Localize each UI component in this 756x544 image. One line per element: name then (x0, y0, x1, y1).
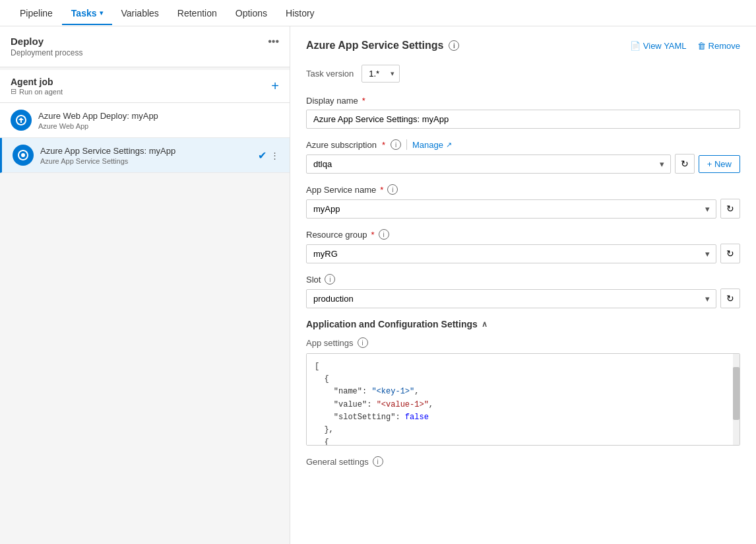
nav-tasks[interactable]: Tasks ▾ (62, 1, 112, 25)
task2-title: Azure App Service Settings: myApp (40, 146, 251, 156)
subscription-select[interactable]: dtlqa (306, 154, 671, 174)
app-config-section-title: Application and Configuration Settings (306, 319, 478, 329)
resource-group-refresh-button[interactable]: ↻ (720, 244, 740, 263)
nav-options[interactable]: Options (226, 1, 276, 25)
top-nav: Pipeline Tasks ▾ Variables Retention Opt… (0, 0, 756, 26)
remove-button[interactable]: 🗑 Remove (697, 41, 740, 51)
panel-title-text: Azure App Service Settings (306, 40, 443, 51)
display-name-row: Display name * (306, 96, 740, 129)
slot-refresh-button[interactable]: ↻ (720, 289, 740, 308)
task-item-web-deploy[interactable]: Azure Web App Deploy: myApp Azure Web Ap… (0, 103, 290, 138)
add-task-button[interactable]: + (271, 79, 279, 94)
code-line-5: "slotSetting": false (315, 411, 732, 424)
task1-subtitle: Azure Web App (38, 122, 279, 130)
display-name-label: Display name (306, 96, 358, 106)
app-settings-row: App settings i [ { "name": "<key-1>", "v… (306, 337, 740, 446)
deploy-title: Deploy (11, 36, 82, 47)
general-settings-row: General settings i (306, 456, 740, 467)
left-panel: Deploy Deployment process ••• Agent job … (0, 26, 290, 544)
subscription-info-icon[interactable]: i (391, 139, 401, 150)
nav-pipeline[interactable]: Pipeline (11, 1, 62, 25)
slot-info-icon[interactable]: i (325, 274, 335, 285)
general-settings-label: General settings (306, 457, 369, 467)
resource-group-required: * (371, 230, 375, 240)
app-settings-editor[interactable]: [ { "name": "<key-1>", "value": "<value-… (306, 353, 740, 446)
app-service-name-row: App Service name * i myApp ▾ ↻ (306, 184, 740, 219)
manage-link[interactable]: Manage ↗ (412, 140, 452, 150)
task2-subtitle: Azure App Service Settings (40, 157, 251, 165)
app-service-name-required: * (380, 185, 383, 195)
code-line-7: { (315, 436, 732, 445)
main-layout: Deploy Deployment process ••• Agent job … (0, 26, 756, 544)
nav-variables[interactable]: Variables (112, 1, 168, 25)
task-icon-app-settings (13, 145, 34, 166)
new-subscription-button[interactable]: + New (699, 155, 740, 173)
view-yaml-button[interactable]: 📄 View YAML (630, 41, 687, 51)
display-name-input[interactable] (306, 110, 740, 129)
trash-icon: 🗑 (697, 41, 706, 51)
panel-header: Azure App Service Settings i 📄 View YAML… (306, 40, 740, 51)
right-panel: Azure App Service Settings i 📄 View YAML… (290, 26, 756, 544)
app-settings-label: App settings (306, 338, 354, 348)
deploy-menu-button[interactable]: ••• (268, 36, 279, 48)
general-settings-info-icon[interactable]: i (373, 456, 383, 467)
yaml-icon: 📄 (630, 41, 641, 51)
task-item-app-settings[interactable]: Azure App Service Settings: myApp Azure … (0, 138, 290, 173)
resource-group-info-icon[interactable]: i (379, 229, 389, 240)
app-service-name-label: App Service name (306, 185, 376, 195)
display-name-required: * (362, 96, 365, 106)
task-version-row: Task version 1.* ▾ (306, 65, 740, 83)
slot-row: Slot i production ▾ ↻ (306, 274, 740, 308)
code-line-2: { (315, 373, 732, 386)
task2-checkmark-icon: ✔ (258, 149, 267, 162)
slot-select[interactable]: production (306, 289, 716, 308)
tasks-arrow-icon: ▾ (100, 9, 103, 17)
app-settings-info-icon[interactable]: i (358, 337, 368, 348)
code-line-3: "name": "<key-1>", (315, 386, 732, 398)
agent-job-section: Agent job ⊟ Run on agent + (0, 70, 290, 103)
code-line-4: "value": "<value-1>", (315, 399, 732, 411)
task1-title: Azure Web App Deploy: myApp (38, 111, 279, 121)
resource-group-select[interactable]: myRG (306, 244, 716, 263)
deploy-header: Deploy Deployment process ••• (0, 26, 290, 67)
agent-job-subtitle: ⊟ Run on agent (11, 87, 63, 96)
slot-label: Slot (306, 275, 321, 285)
svg-point-0 (21, 153, 25, 157)
scrollbar-thumb[interactable] (733, 367, 740, 420)
task-version-label: Task version (306, 69, 354, 79)
app-config-section: Application and Configuration Settings ∧… (306, 319, 740, 467)
nav-retention[interactable]: Retention (168, 1, 226, 25)
separator (406, 139, 407, 150)
app-service-refresh-button[interactable]: ↻ (720, 199, 740, 219)
server-icon: ⊟ (11, 87, 16, 96)
task2-menu-button[interactable]: ⋮ (270, 151, 279, 160)
resource-group-row: Resource group * i myRG ▾ ↻ (306, 229, 740, 263)
azure-subscription-row: Azure subscription * i Manage ↗ dtlqa ▾ … (306, 139, 740, 174)
external-link-icon: ↗ (446, 141, 452, 149)
code-line-1: [ (315, 360, 732, 373)
title-info-icon[interactable]: i (449, 40, 459, 51)
deploy-subtitle: Deployment process (11, 48, 82, 57)
subscription-required: * (382, 140, 385, 150)
azure-subscription-label: Azure subscription (306, 140, 377, 150)
app-service-info-icon[interactable]: i (387, 184, 398, 195)
nav-history[interactable]: History (276, 1, 324, 25)
subscription-refresh-button[interactable]: ↻ (675, 154, 695, 174)
app-service-name-select[interactable]: myApp (306, 199, 716, 219)
resource-group-label: Resource group (306, 230, 367, 240)
scrollbar-track (733, 354, 740, 445)
collapse-icon[interactable]: ∧ (482, 320, 488, 329)
agent-job-title: Agent job (11, 77, 63, 87)
task-version-select[interactable]: 1.* (362, 65, 400, 83)
task-icon-web-deploy (11, 110, 32, 131)
code-line-6: }, (315, 424, 732, 436)
